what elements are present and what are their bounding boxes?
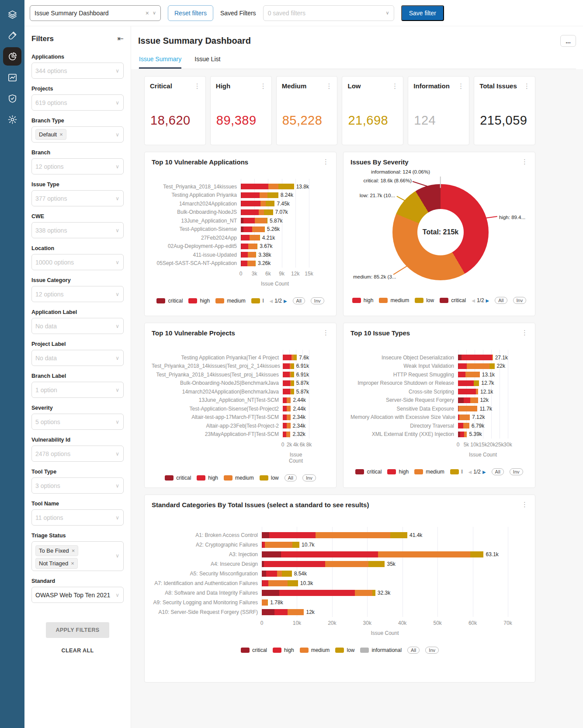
stacked-bar[interactable] — [458, 389, 478, 394]
legend-item-high[interactable]: high — [188, 298, 210, 304]
clear-icon[interactable]: × — [146, 10, 149, 17]
legend-item-high[interactable]: high — [387, 469, 409, 475]
stacked-bar[interactable] — [283, 397, 291, 403]
stacked-bar[interactable] — [241, 184, 294, 189]
legend-pill-inv[interactable]: Inv — [513, 297, 527, 304]
collapse-panel-icon[interactable]: ⇤ — [118, 34, 124, 43]
stacked-bar[interactable] — [241, 192, 278, 198]
stacked-bar[interactable] — [241, 252, 256, 258]
stacked-bar[interactable] — [283, 363, 294, 369]
stacked-bar[interactable] — [241, 261, 256, 266]
legend-prev-icon[interactable]: ◀ — [472, 298, 475, 303]
kebab-menu-icon[interactable]: ⋮ — [326, 83, 332, 89]
legend-item-medium[interactable]: medium — [224, 475, 254, 481]
legend-pill-all[interactable]: All — [293, 297, 305, 304]
layers-icon[interactable] — [3, 5, 21, 24]
legend-item-critical[interactable]: critical — [156, 298, 183, 304]
legend-pill-inv[interactable]: Inv — [425, 647, 439, 654]
legend-item-low[interactable]: l — [251, 298, 264, 304]
stacked-bar[interactable] — [262, 580, 298, 586]
legend-item-medium[interactable]: medium — [379, 297, 409, 303]
line-chart-icon[interactable] — [3, 68, 21, 87]
stacked-bar[interactable] — [241, 209, 273, 215]
dashboard-select[interactable]: Issue Summary Dashboard × ∨ — [30, 5, 161, 21]
summary-card-critical[interactable]: Critical⋮18,620 — [144, 76, 206, 145]
kebab-menu-icon[interactable]: ⋮ — [524, 83, 530, 89]
legend-pill-all[interactable]: All — [285, 474, 297, 481]
filter-chip-not-triaged[interactable]: Not Triaged× — [35, 558, 78, 569]
legend-item-medium[interactable]: medium — [414, 469, 444, 475]
kebab-menu-icon[interactable]: ⋮ — [323, 158, 329, 165]
apply-filters-button[interactable]: APPLY FILTERS — [46, 622, 109, 638]
stacked-bar[interactable] — [241, 226, 265, 232]
kebab-menu-icon[interactable]: ⋮ — [323, 329, 329, 336]
stacked-bar[interactable] — [262, 561, 385, 567]
pie-chart-icon[interactable] — [3, 47, 21, 66]
filter-select-branch[interactable]: 12 options∨ — [31, 158, 124, 174]
legend-item-critical[interactable]: critical — [440, 297, 466, 303]
legend-item-high[interactable]: high — [197, 475, 218, 481]
kebab-menu-icon[interactable]: ⋮ — [458, 83, 464, 89]
stacked-bar[interactable] — [458, 380, 479, 386]
stacked-bar[interactable] — [262, 532, 407, 538]
save-filter-button[interactable]: Save filter — [401, 5, 444, 21]
stacked-bar[interactable] — [458, 423, 469, 428]
stacked-bar[interactable] — [283, 380, 294, 386]
stacked-bar[interactable] — [283, 355, 297, 360]
stacked-bar[interactable] — [283, 432, 290, 437]
stacked-bar[interactable] — [262, 590, 375, 596]
kebab-menu-icon[interactable]: ⋮ — [521, 501, 528, 508]
legend-item-medium[interactable]: medium — [300, 647, 330, 653]
filter-select-triage-status[interactable]: To Be Fixed×Not Triaged×∨ — [31, 541, 124, 571]
filter-chip-default[interactable]: Default× — [35, 129, 66, 140]
filter-select-branch-type[interactable]: Default×∨ — [31, 126, 124, 143]
summary-card-medium[interactable]: Medium⋮85,228 — [276, 76, 338, 145]
stacked-bar[interactable] — [458, 355, 493, 360]
stacked-bar[interactable] — [283, 415, 291, 420]
tab-issue-summary[interactable]: Issue Summary — [139, 56, 181, 69]
legend-next-icon[interactable]: ▶ — [482, 470, 486, 474]
legend-item-low[interactable]: low — [335, 647, 354, 653]
legend-item-critical[interactable]: critical — [165, 475, 191, 481]
stacked-bar[interactable] — [283, 406, 291, 411]
legend-item-medium[interactable]: medium — [215, 298, 246, 304]
stacked-bar[interactable] — [241, 201, 274, 206]
stacked-bar[interactable] — [262, 542, 299, 548]
filter-select-cwe[interactable]: 338 options∨ — [31, 222, 124, 238]
filter-select-applications[interactable]: 344 options∨ — [31, 63, 124, 79]
legend-pill-inv[interactable]: Inv — [510, 468, 523, 475]
filter-select-vulnerability-id[interactable]: 2478 options∨ — [31, 446, 124, 462]
filter-select-tool-name[interactable]: 11 options∨ — [31, 509, 124, 526]
stacked-bar[interactable] — [283, 389, 294, 394]
stacked-bar[interactable] — [241, 218, 267, 223]
stacked-bar[interactable] — [241, 244, 257, 249]
stacked-bar[interactable] — [458, 397, 478, 403]
summary-card-total-issues[interactable]: Total Issues⋮215,059 — [474, 76, 535, 145]
clear-all-button[interactable]: CLEAR ALL — [31, 648, 124, 654]
filter-select-projects[interactable]: 619 options∨ — [31, 94, 124, 111]
kebab-menu-icon[interactable]: ⋮ — [194, 83, 201, 89]
saved-filters-select[interactable]: 0 saved filters ∨ — [263, 5, 394, 21]
filter-select-standard[interactable]: OWASP Web Top Ten 2021∨ — [31, 587, 124, 603]
chip-remove-icon[interactable]: × — [72, 547, 75, 554]
filter-select-issue-type[interactable]: 377 options∨ — [31, 190, 124, 206]
chip-remove-icon[interactable]: × — [59, 131, 63, 138]
kebab-menu-icon[interactable]: ⋮ — [521, 329, 528, 336]
legend-pill-all[interactable]: All — [492, 468, 504, 475]
legend-item-low[interactable]: low — [415, 297, 434, 303]
stacked-bar[interactable] — [262, 599, 268, 606]
stacked-bar[interactable] — [458, 415, 470, 420]
filter-select-application-label[interactable]: No data∨ — [31, 318, 124, 334]
legend-prev-icon[interactable]: ◀ — [270, 299, 273, 303]
filter-select-location[interactable]: 10000 options∨ — [31, 254, 124, 270]
legend-item-low[interactable]: l — [450, 469, 463, 475]
legend-pill-inv[interactable]: Inv — [302, 474, 316, 481]
stacked-bar[interactable] — [262, 609, 304, 615]
stacked-bar[interactable] — [458, 406, 477, 411]
summary-card-low[interactable]: Low⋮21,698 — [342, 76, 403, 145]
chip-remove-icon[interactable]: × — [71, 560, 74, 567]
legend-item-critical[interactable]: critical — [241, 647, 267, 653]
legend-item-low[interactable]: low — [260, 475, 279, 481]
reset-filters-button[interactable]: Reset filters — [168, 5, 213, 21]
filter-chip-to-be-fixed[interactable]: To Be Fixed× — [35, 545, 78, 556]
